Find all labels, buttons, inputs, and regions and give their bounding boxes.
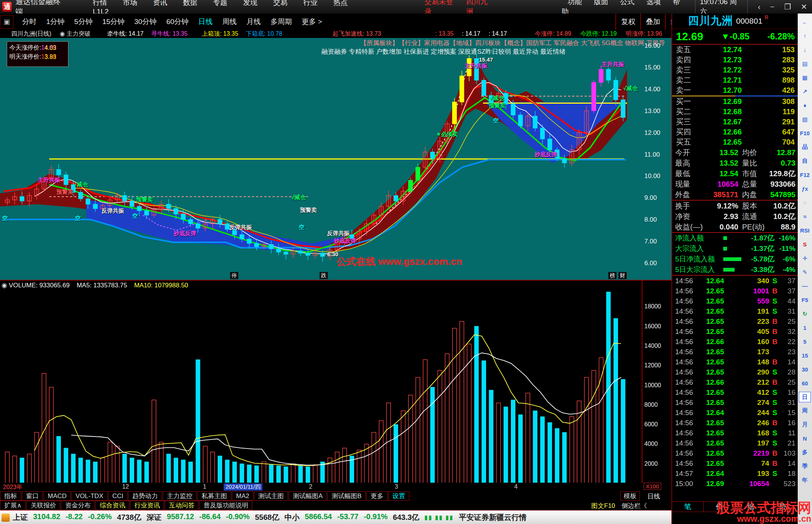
strip-icon-F5[interactable]: F5 bbox=[799, 293, 810, 307]
tab-趋势动力[interactable]: 趋势动力 bbox=[128, 491, 162, 501]
tab-设置[interactable]: 设置 bbox=[388, 491, 409, 501]
period-多周期[interactable]: 多周期 bbox=[271, 17, 292, 27]
strip-icon-≈[interactable]: ≈ bbox=[799, 210, 810, 223]
restore-button[interactable]: ❐ bbox=[784, 3, 791, 11]
period-15分钟[interactable]: 15分钟 bbox=[102, 17, 124, 27]
trade-row[interactable]: 14:5612.64244S15 bbox=[672, 408, 798, 418]
strip-icon-RSI[interactable]: RSI bbox=[799, 223, 810, 237]
trade-row[interactable]: 14:5612.65290S28 bbox=[672, 367, 798, 377]
trade-row[interactable]: 14:5612.66212B25 bbox=[672, 377, 798, 387]
tab-扩展∧[interactable]: 扩展∧ bbox=[0, 501, 26, 510]
menu-专题[interactable]: 专题 bbox=[213, 0, 227, 6]
strip-icon-60[interactable]: 60 bbox=[799, 376, 810, 390]
trade-row[interactable]: 14:5612.651001B37 bbox=[672, 286, 798, 296]
menu-行情[interactable]: 行情 bbox=[93, 0, 107, 6]
tick-trade-list[interactable]: 14:5612.64340S3714:5612.651001B3714:5612… bbox=[672, 276, 798, 489]
period-月线[interactable]: 月线 bbox=[247, 17, 261, 27]
tab-普及版功能说明[interactable]: 普及版功能说明 bbox=[199, 501, 252, 510]
close-button[interactable]: ✕ bbox=[801, 3, 807, 11]
strip-icon-5[interactable]: 5 bbox=[799, 335, 810, 349]
strip-icon-N[interactable]: N bbox=[799, 432, 810, 445]
tab-更多[interactable]: 更多 bbox=[367, 491, 388, 501]
trade-row[interactable]: 14:5612.6574B14 bbox=[672, 458, 798, 468]
strip-icon-15[interactable]: 15 bbox=[799, 349, 810, 362]
marker-榜[interactable]: 榜 bbox=[608, 272, 617, 279]
strip-icon-✛[interactable]: ✛ bbox=[799, 251, 810, 265]
status-icon[interactable] bbox=[2, 513, 10, 522]
back-button[interactable]: ‹ bbox=[758, 3, 760, 11]
trade-row[interactable]: 14:5612.65412S16 bbox=[672, 387, 798, 397]
strip-icon-↓[interactable]: ↓ bbox=[799, 43, 810, 57]
period-周线[interactable]: 周线 bbox=[223, 17, 237, 27]
marker-停[interactable]: 停 bbox=[230, 272, 238, 279]
strip-icon-ƒx[interactable]: ƒx bbox=[799, 182, 810, 196]
trade-row[interactable]: 14:5612.6517323 bbox=[672, 347, 798, 357]
minimize-button[interactable]: − bbox=[770, 3, 775, 11]
trade-row[interactable]: 14:5612.65197S21 bbox=[672, 438, 798, 448]
strip-icon-—[interactable]: — bbox=[799, 279, 810, 293]
menu-资讯[interactable]: 资讯 bbox=[153, 0, 167, 6]
strip-icon-月[interactable]: 月 bbox=[799, 418, 810, 432]
tab-资金分布[interactable]: 资金分布 bbox=[61, 501, 95, 510]
main-kline-chart[interactable]: 【所属板块】【行业】家用电器【地域】四川板块【概念】国防军工 军民融合 大飞机 … bbox=[0, 38, 671, 280]
strip-icon-↗[interactable]: ↗ bbox=[799, 85, 810, 98]
trade-row[interactable]: 14:5612.65168S11 bbox=[672, 428, 798, 438]
tab-行业资讯[interactable]: 行业资讯 bbox=[130, 501, 164, 510]
tab-CCI[interactable]: CCI bbox=[108, 491, 127, 501]
tab-VOL-TDX[interactable]: VOL-TDX bbox=[71, 491, 108, 501]
graphic-f10-link[interactable]: 图文F10 bbox=[591, 501, 615, 510]
trade-row[interactable]: 15:0012.6910654523 bbox=[672, 479, 798, 489]
trade-row[interactable]: 14:5612.65191S31 bbox=[672, 306, 798, 316]
period-60分钟[interactable]: 60分钟 bbox=[166, 17, 188, 27]
tab-主力监控[interactable]: 主力监控 bbox=[163, 491, 197, 501]
strip-icon-季[interactable]: 季 bbox=[799, 459, 810, 473]
strip-icon-✎[interactable]: ✎ bbox=[799, 265, 810, 279]
strip-icon-S[interactable]: S bbox=[799, 237, 810, 251]
menu-版面[interactable]: 版面 bbox=[594, 0, 608, 6]
trade-row[interactable]: 14:5612.66160B22 bbox=[672, 337, 798, 347]
trade-row[interactable]: 14:5612.65405B32 bbox=[672, 326, 798, 337]
trade-row[interactable]: 14:5612.65246B16 bbox=[672, 418, 798, 428]
tab-综合资讯[interactable]: 综合资讯 bbox=[95, 501, 129, 510]
strip-icon-周[interactable]: 周 bbox=[799, 404, 810, 418]
strip-icon-←[interactable]: ← bbox=[799, 15, 810, 29]
tab-指标[interactable]: 指标 bbox=[0, 491, 21, 501]
strip-icon-F10[interactable]: F10 bbox=[799, 126, 810, 140]
menu-选项[interactable]: 选项 bbox=[647, 0, 661, 6]
toolbtn-复权[interactable]: 复权 bbox=[615, 14, 640, 30]
strip-icon-↑[interactable]: ↑ bbox=[799, 29, 810, 43]
strip-icon-F12[interactable]: F12 bbox=[799, 168, 810, 182]
trade-row[interactable]: 14:5712.64193S18 bbox=[672, 468, 798, 479]
tab-测试幅图B[interactable]: 测试幅图B bbox=[327, 491, 365, 501]
strip-icon-◌[interactable]: ◌ bbox=[799, 196, 810, 210]
toolbtn-叠加[interactable]: 叠加 bbox=[640, 14, 665, 30]
strip-icon-▦[interactable]: ▦ bbox=[799, 71, 810, 85]
strip-icon-♦[interactable]: ♦ bbox=[799, 98, 810, 112]
menu-行业[interactable]: 行业 bbox=[303, 0, 318, 6]
tab-互动问答[interactable]: 互动问答 bbox=[165, 501, 198, 510]
marker-财[interactable]: 财 bbox=[618, 272, 627, 279]
tab-关联报价[interactable]: 关联报价 bbox=[26, 501, 60, 510]
period-更多 >[interactable]: 更多 > bbox=[302, 17, 322, 27]
tab-窗口[interactable]: 窗口 bbox=[22, 491, 43, 501]
tab-测试幅图A[interactable]: 测试幅图A bbox=[289, 491, 327, 501]
sidebar-toggle[interactable]: 侧边栏《 bbox=[621, 501, 647, 510]
period-日线[interactable]: 日线 bbox=[198, 17, 213, 27]
volume-pane[interactable]: ◉ VOLUME: 933065.69 MA5: 1335783.75 MA10… bbox=[0, 280, 671, 483]
strip-icon-日[interactable]: 日 bbox=[799, 392, 811, 402]
trade-row[interactable]: 14:5612.65223B25 bbox=[672, 316, 798, 326]
collapse-icon[interactable]: ◉ bbox=[2, 282, 7, 289]
menu-发现[interactable]: 发现 bbox=[243, 0, 258, 6]
template-button[interactable]: 模板 bbox=[620, 491, 640, 501]
tab-测试主图[interactable]: 测试主图 bbox=[254, 491, 288, 501]
menu-公式[interactable]: 公式 bbox=[620, 0, 635, 6]
strip-icon-30[interactable]: 30 bbox=[799, 362, 810, 376]
strip-icon-年[interactable]: 年 bbox=[799, 473, 810, 487]
menu-功能[interactable]: 功能 bbox=[568, 0, 582, 6]
tab-MACD[interactable]: MACD bbox=[44, 491, 71, 501]
menu-市场[interactable]: 市场 bbox=[123, 0, 137, 6]
tab-MA2[interactable]: MA2 bbox=[232, 491, 253, 501]
split-window-icon[interactable]: ▣ bbox=[0, 15, 14, 29]
menu-热点[interactable]: 热点 bbox=[333, 0, 348, 6]
trade-row[interactable]: 14:5612.65559S44 bbox=[672, 296, 798, 306]
